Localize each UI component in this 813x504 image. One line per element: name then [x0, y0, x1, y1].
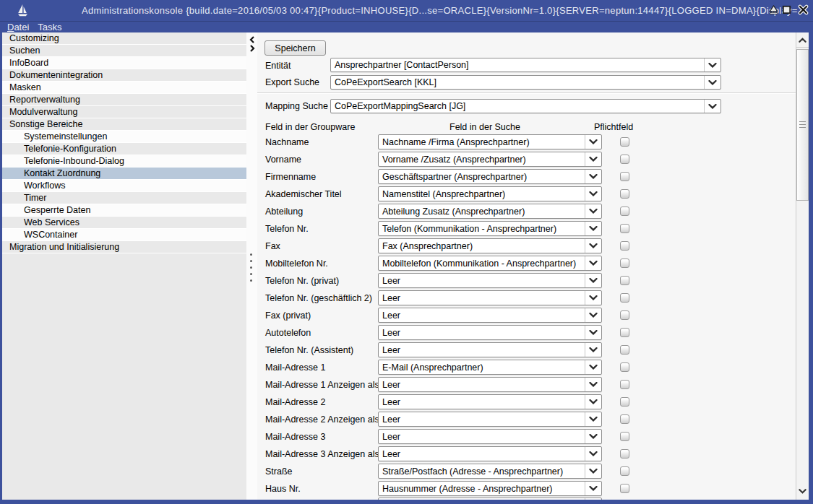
chevron-down-icon [704, 76, 720, 89]
field-combobox[interactable]: Leer [378, 394, 602, 409]
scroll-down-button[interactable] [796, 484, 809, 499]
sidebar-item-migration-und-initialisierung[interactable]: Migration und Initialisierung [2, 241, 246, 253]
chevron-down-icon [585, 239, 601, 253]
field-combobox[interactable]: Mobiltelefon (Kommunikation - Ansprechpa… [378, 256, 602, 271]
required-checkbox[interactable] [620, 224, 629, 233]
collapse-left-icon[interactable] [249, 36, 255, 43]
sidebar-item-modulverwaltung[interactable]: Modulverwaltung [2, 106, 246, 118]
field-combobox[interactable]: Vorname /Zusatz (Ansprechpartner) [378, 152, 602, 167]
field-combobox[interactable]: Leer [378, 325, 602, 340]
scrollbar-thumb[interactable] [796, 49, 809, 201]
field-combobox[interactable]: Nachname /Firma (Ansprechpartner) [378, 134, 602, 149]
sidebar-item-dokumentenintegration[interactable]: Dokumentenintegration [2, 69, 246, 82]
required-checkbox[interactable] [620, 189, 629, 199]
required-checkbox[interactable] [620, 137, 629, 147]
required-checkbox[interactable] [620, 310, 629, 320]
required-checkbox[interactable] [620, 172, 629, 181]
vertical-scrollbar[interactable] [796, 32, 809, 500]
minimize-button[interactable] [768, 4, 779, 15]
required-checkbox[interactable] [620, 328, 629, 337]
required-checkbox[interactable] [620, 380, 629, 389]
required-checkbox[interactable] [620, 293, 629, 303]
chevron-down-icon [585, 152, 601, 166]
mapping-row-autotelefon: Autotelefon Leer [257, 325, 796, 342]
sidebar-item-masken[interactable]: Masken [2, 82, 246, 94]
maximize-button[interactable] [781, 4, 792, 15]
field-combobox[interactable]: E-Mail (Ansprechpartner) [378, 360, 602, 375]
field-combobox[interactable]: Leer [378, 308, 602, 323]
required-checkbox[interactable] [620, 414, 629, 424]
sidebar-item-sonstige-bereiche[interactable]: Sonstige Bereiche [2, 118, 246, 131]
sidebar-item-kontakt-zuordnung[interactable]: Kontakt Zuordnung [2, 168, 246, 180]
sidebar-item-gesperrte-daten[interactable]: Gesperrte Daten [2, 204, 246, 217]
sidebar-item-telefonie-konfiguration[interactable]: Telefonie-Konfiguration [2, 143, 246, 155]
chevron-down-icon [585, 170, 601, 183]
required-checkbox[interactable] [620, 432, 629, 441]
sidebar-item-infoboard[interactable]: InfoBoard [2, 57, 246, 69]
sidebar-item-suchen[interactable]: Suchen [2, 45, 246, 57]
required-checkbox[interactable] [620, 258, 629, 268]
mapping-search-label: Mapping Suche [265, 101, 328, 111]
menu-tasks[interactable]: Tasks [33, 22, 66, 32]
field-combobox[interactable]: Geschäftspartner (Ansprechpartner) [378, 169, 602, 184]
sidebar-item-customizing[interactable]: Customizing [2, 32, 246, 45]
splitpane-divider[interactable] [246, 32, 257, 500]
field-combobox[interactable]: Leer [378, 412, 602, 427]
sidebar-item-workflows[interactable]: Workflows [2, 180, 246, 192]
menu-datei[interactable]: Datei [3, 22, 33, 32]
required-checkbox[interactable] [620, 466, 629, 476]
mapping-row-mail-adresse-1-anzeigen-als: Mail-Adresse 1 Anzeigen als Leer [257, 377, 796, 394]
sidebar-item-web-services[interactable]: Web Services [2, 217, 246, 229]
expand-right-icon[interactable] [249, 45, 255, 52]
required-checkbox[interactable] [620, 449, 629, 459]
required-checkbox[interactable] [620, 484, 629, 493]
scrollbar-grip-icon [799, 121, 806, 129]
field-combobox[interactable]: Leer [378, 273, 602, 288]
required-checkbox[interactable] [620, 207, 629, 216]
field-combobox[interactable]: Leer [378, 290, 602, 305]
field-combobox[interactable]: Telefon (Kommunikation - Ansprechpartner… [378, 221, 602, 236]
sidebar-item-wscontainer[interactable]: WSContainer [2, 229, 246, 241]
chevron-down-icon [585, 204, 601, 218]
divider-grip-icon[interactable] [250, 253, 253, 284]
field-combobox[interactable]: Leer [378, 377, 602, 392]
field-combobox[interactable]: Straße/Postfach (Adresse - Ansprechpartn… [378, 464, 602, 479]
chevron-down-icon [585, 498, 601, 500]
field-combobox[interactable]: Namenstitel (Ansprechpartner) [378, 186, 602, 201]
sidebar-item-reportverwaltung[interactable]: Reportverwaltung [2, 94, 246, 106]
mapping-search-combobox[interactable]: CoPeExportMappingSearch [JG] [330, 99, 721, 113]
export-search-combobox[interactable]: CoPeExportSearch [KKL] [330, 75, 721, 90]
sidebar-item-timer[interactable]: Timer [2, 192, 246, 204]
field-combobox[interactable]: Hausnummer (Adresse - Ansprechpartner) [378, 481, 602, 496]
chevron-down-icon [704, 58, 720, 71]
mapping-row-akademischer-titel: Akademischer Titel Namenstitel (Ansprech… [257, 186, 796, 204]
mapping-row-mail-adresse-3-anzeigen-als: Mail-Adresse 3 Anzeigen als Leer [257, 446, 796, 464]
sidebar-item-telefonie-inbound-dialog[interactable]: Telefonie-Inbound-Dialog [2, 155, 246, 168]
field-combobox[interactable]: Leer [378, 446, 602, 461]
close-button[interactable] [798, 4, 809, 15]
required-checkbox[interactable] [620, 397, 629, 407]
chevron-down-icon [585, 274, 601, 287]
field-combobox[interactable]: Abteilung Zusatz (Ansprechpartner) [378, 204, 602, 219]
save-button[interactable]: Speichern [264, 40, 326, 56]
field-combobox[interactable]: Leer [378, 429, 602, 444]
required-checkbox[interactable] [620, 345, 629, 355]
scroll-up-button[interactable] [796, 32, 809, 48]
chevron-down-icon [585, 464, 601, 478]
required-checkbox[interactable] [620, 155, 629, 164]
entity-label: Entität [265, 61, 291, 71]
required-checkbox[interactable] [620, 241, 629, 251]
field-label: Nachname [265, 137, 309, 147]
field-combobox[interactable]: Fax (Ansprechpartner) [378, 238, 602, 253]
field-combobox[interactable]: Leer [378, 342, 602, 357]
required-checkbox[interactable] [620, 276, 629, 285]
required-checkbox[interactable] [620, 362, 629, 372]
kontakt-zuordnung-panel: Speichern Entität Ansprechpartner [Conta… [257, 32, 796, 500]
entity-combobox[interactable]: Ansprechpartner [ContactPerson] [330, 58, 721, 72]
field-combobox[interactable] [378, 498, 602, 500]
chevron-down-icon [585, 360, 601, 374]
mapping-row-fax: Fax Fax (Ansprechpartner) [257, 238, 796, 256]
sidebar-item-systemeinstellungen[interactable]: Systemeinstellungen [2, 131, 246, 143]
field-label: Autotelefon [265, 328, 311, 338]
chevron-down-icon [704, 100, 720, 113]
